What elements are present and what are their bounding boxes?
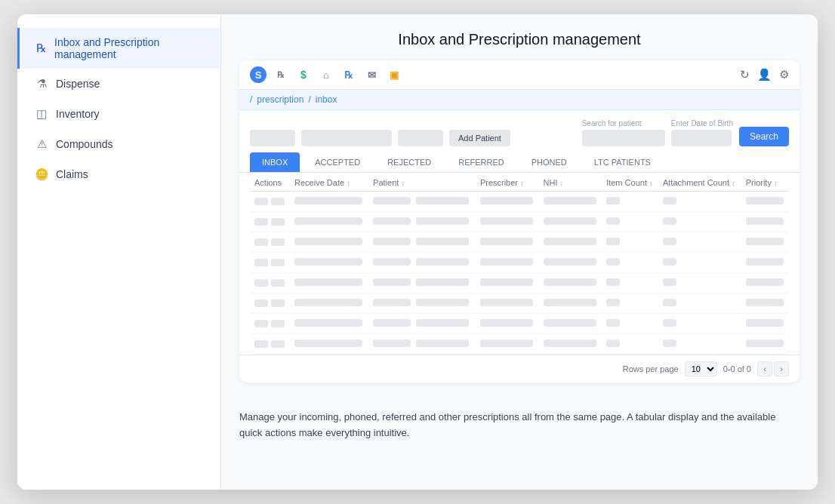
action-icon-1[interactable] [254, 259, 268, 266]
breadcrumb-inbox[interactable]: inbox [316, 94, 337, 105]
action-icon-1[interactable] [254, 198, 268, 205]
action-icon-2[interactable] [271, 198, 285, 205]
action-icon-1[interactable] [254, 340, 268, 348]
cell-patient [368, 273, 476, 293]
action-icon-2[interactable] [271, 340, 285, 348]
cell-patient [368, 192, 476, 212]
user-icon[interactable]: 👤 [757, 68, 772, 81]
col-priority[interactable]: Priority ↕ [741, 173, 789, 192]
action-icon-1[interactable] [254, 279, 268, 287]
action-icon-2[interactable] [271, 259, 285, 266]
col-nhi[interactable]: NHI ↕ [539, 173, 602, 192]
action-icon-1[interactable] [254, 300, 268, 307]
search-button[interactable]: Search [739, 127, 789, 146]
sidebar-item-inbox-label: Inbox and Prescription management [54, 36, 205, 60]
search-row: Add Patient Search for patient Enter Dat… [239, 110, 800, 152]
add-patient-button[interactable]: Add Patient [449, 130, 510, 146]
patient-search-input[interactable] [582, 130, 665, 146]
cell-nhi [539, 334, 602, 355]
cell-actions [250, 334, 290, 355]
action-icon-2[interactable] [271, 218, 285, 226]
dob-search-input[interactable] [671, 130, 732, 146]
col-attachment-count[interactable]: Attachment Count ↕ [658, 173, 741, 192]
table-row [250, 253, 789, 273]
inventory-icon: ◫ [35, 107, 48, 121]
cell-item-count [602, 232, 658, 253]
tab-ltc[interactable]: LTC PATIENTS [582, 152, 663, 172]
cell-prescriber [476, 273, 539, 293]
filter-skel-1 [250, 130, 295, 146]
sidebar-item-dispense[interactable]: ⚗ Dispense [17, 69, 220, 99]
dispense-icon: ⚗ [35, 77, 48, 91]
page-nav: ‹ › [757, 361, 789, 376]
tab-rejected[interactable]: REJECTED [375, 152, 443, 172]
table-row [250, 334, 789, 355]
sidebar-item-claims[interactable]: 🪙 Claims [17, 159, 220, 189]
breadcrumb-prescription[interactable]: prescription [257, 94, 303, 105]
cell-receive-date [290, 253, 368, 273]
app-window: ℞ Inbox and Prescription management ⚗ Di… [17, 14, 818, 490]
action-icon-2[interactable] [271, 320, 285, 327]
app-icons-left: S ℞ $ ⌂ ℞ ✉ ▣ [250, 66, 402, 83]
cell-attachment-count [658, 232, 741, 253]
compounds-icon: ⚠ [35, 137, 48, 151]
cell-patient [368, 314, 476, 334]
box-icon[interactable]: ▣ [386, 66, 402, 83]
col-patient[interactable]: Patient ↕ [368, 173, 476, 192]
cell-receive-date [290, 334, 368, 355]
action-icon-1[interactable] [254, 238, 268, 246]
action-icon-1[interactable] [254, 218, 268, 226]
cell-patient [368, 293, 476, 314]
action-icon-2[interactable] [271, 300, 285, 307]
breadcrumb: / prescription / inbox [239, 90, 800, 110]
search-row-right: Search for patient Enter Date of Birth S… [582, 119, 789, 146]
sidebar-item-inventory[interactable]: ◫ Inventory [17, 99, 220, 129]
cell-nhi [539, 232, 602, 253]
prescriptions-table: Actions Receive Date ↕ Patient ↕ Prescri… [250, 173, 789, 355]
rows-per-page-select[interactable]: 10 25 50 [685, 361, 717, 376]
table-row [250, 273, 789, 293]
dob-search-label: Enter Date of Birth [671, 119, 733, 128]
next-page-button[interactable]: › [774, 361, 789, 376]
col-prescriber[interactable]: Prescriber ↕ [476, 173, 539, 192]
rx-icon[interactable]: ℞ [273, 66, 289, 83]
refresh-icon[interactable]: ↻ [740, 68, 750, 81]
cell-priority [741, 192, 789, 212]
tabs-row: INBOX ACCEPTED REJECTED REFERRED PHONED … [239, 152, 800, 173]
action-icon-2[interactable] [271, 279, 285, 287]
col-item-count[interactable]: Item Count ↕ [602, 173, 658, 192]
mail-icon[interactable]: ✉ [363, 66, 380, 83]
dollar-icon[interactable]: $ [295, 66, 312, 83]
cell-prescriber [476, 232, 539, 253]
cell-receive-date [290, 314, 368, 334]
tab-phoned[interactable]: PHONED [519, 152, 579, 172]
sidebar-item-compounds-label: Compounds [56, 138, 113, 150]
tab-accepted[interactable]: ACCEPTED [303, 152, 372, 172]
sidebar-item-compounds[interactable]: ⚠ Compounds [17, 129, 220, 159]
cell-prescriber [476, 192, 539, 212]
home-icon[interactable]: ⌂ [318, 66, 334, 83]
rows-per-page-label: Rows per page [623, 364, 679, 373]
tab-referred[interactable]: REFERRED [446, 152, 516, 172]
col-receive-date[interactable]: Receive Date ↕ [290, 173, 368, 192]
prev-page-button[interactable]: ‹ [757, 361, 772, 376]
action-icon-1[interactable] [254, 320, 268, 327]
table-wrap: Actions Receive Date ↕ Patient ↕ Prescri… [239, 173, 800, 355]
action-icon-2[interactable] [271, 238, 285, 246]
breadcrumb-separator: / [250, 94, 252, 105]
logo-s-icon: S [250, 66, 267, 83]
cell-item-count [602, 212, 658, 232]
cell-nhi [539, 273, 602, 293]
table-header-row: Actions Receive Date ↕ Patient ↕ Prescri… [250, 173, 789, 192]
tab-inbox[interactable]: INBOX [250, 152, 300, 172]
settings-icon[interactable]: ⚙ [779, 68, 789, 81]
cell-actions [250, 253, 290, 273]
cell-priority [741, 314, 789, 334]
file-icon[interactable]: ℞ [340, 66, 357, 83]
page-title: Inbox and Prescription management [221, 14, 818, 60]
sidebar-item-inbox[interactable]: ℞ Inbox and Prescription management [17, 28, 220, 69]
cell-receive-date [290, 293, 368, 314]
cell-item-count [602, 273, 658, 293]
filter-skel-3 [398, 130, 443, 146]
cell-actions [250, 314, 290, 334]
